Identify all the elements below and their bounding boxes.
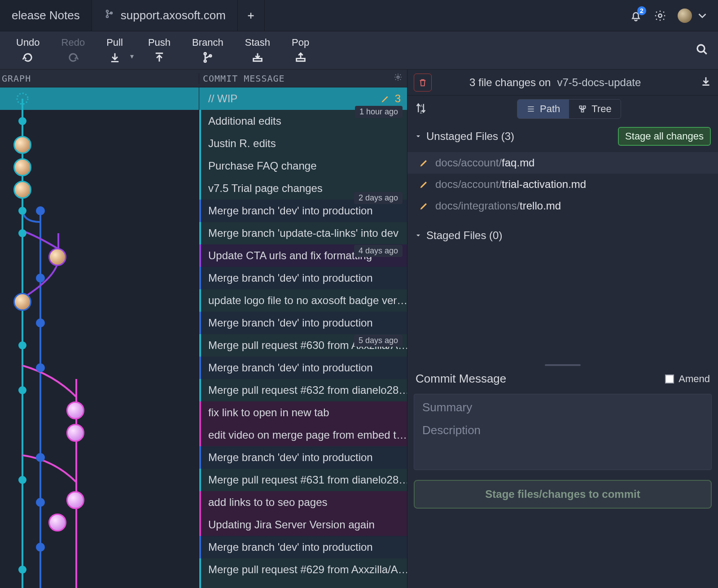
path-view-button[interactable]: Path <box>517 100 569 118</box>
commit-row[interactable]: Merge pull request #630 from Axxzilla/A…… <box>0 334 407 357</box>
discard-changes-button[interactable] <box>414 74 432 91</box>
caret-down-icon <box>415 133 422 140</box>
sort-icon: AZ <box>415 102 427 114</box>
commit-row[interactable]: Merge branch 'dev' into production <box>0 446 407 469</box>
panel-resizer[interactable] <box>407 363 718 367</box>
commit-message: Merge branch 'dev' into production <box>199 357 407 379</box>
svg-rect-29 <box>583 106 586 108</box>
sort-button[interactable]: AZ <box>415 102 427 117</box>
commit-row[interactable]: fix link to open in new tab <box>0 401 407 424</box>
branch-name: v7-5-docs-update <box>557 76 641 89</box>
new-tab-button[interactable] <box>238 0 265 31</box>
graph-settings-button[interactable] <box>394 73 403 84</box>
redo-icon <box>67 51 79 64</box>
pull-icon <box>109 51 121 64</box>
commit-message: Merge branch 'dev' into production <box>199 312 407 334</box>
modified-icon <box>419 158 429 168</box>
commit-row[interactable]: Merge pull request #631 from dianelo28… <box>0 469 407 491</box>
pull-dropdown[interactable]: ▾ <box>130 52 137 61</box>
toolbar: Undo Redo Pull ▾ Push Branch Stash Pop <box>0 31 718 70</box>
graph-column-header: GRAPH <box>0 73 199 84</box>
tab-release-notes[interactable]: elease Notes <box>0 0 92 31</box>
commit-avatar <box>48 514 66 531</box>
commit-row[interactable]: update logo file to no axosoft badge ver… <box>0 289 407 312</box>
commit-row[interactable]: Merge branch 'dev' into production <box>0 312 407 334</box>
commit-row[interactable]: Purchase FAQ change <box>0 155 407 177</box>
commit-row[interactable]: Merge pull request #632 from dianelo28… <box>0 379 407 401</box>
file-row[interactable]: docs/account/faq.md <box>407 152 718 174</box>
stage-all-button[interactable]: Stage all changes <box>618 127 711 146</box>
branch-button[interactable]: Branch <box>181 33 234 67</box>
notifications-button[interactable]: 2 <box>629 9 643 22</box>
settings-button[interactable] <box>653 9 667 22</box>
file-dir: docs/account/ <box>435 178 502 190</box>
checkbox-icon <box>665 375 674 383</box>
svg-text:A: A <box>420 103 423 108</box>
file-row[interactable]: docs/integrations/trello.md <box>407 195 718 217</box>
tab-label: support.axosoft.com <box>121 9 226 22</box>
file-row[interactable]: docs/account/trial-activation.md <box>407 174 718 195</box>
commit-message: Justin R. edits <box>199 132 407 155</box>
commit-message-label: Commit Message <box>416 372 506 386</box>
commit-avatar <box>13 158 31 176</box>
svg-point-5 <box>204 60 206 62</box>
time-chip: 4 days ago <box>354 245 403 257</box>
commit-row[interactable]: add links to to seo pages <box>0 491 407 514</box>
commit-message: Merge branch 'dev' into production <box>199 446 407 469</box>
commit-row[interactable]: Justin R. edits <box>0 132 407 155</box>
pull-button[interactable]: Pull <box>96 33 134 67</box>
avatar-icon <box>678 9 692 23</box>
commit-row[interactable]: Merge branch 'dev' into production <box>0 357 407 379</box>
wip-row[interactable]: // WIP 3 1 hour ago <box>0 87 407 110</box>
graph-panel: GRAPH COMMIT MESSAGE <box>0 70 407 588</box>
caret-down-icon <box>415 232 422 239</box>
commit-panel: 3 file changes on v7-5-docs-update AZ Pa… <box>407 70 718 588</box>
pop-icon <box>294 51 307 64</box>
svg-point-8 <box>397 76 399 78</box>
tree-icon <box>578 105 587 113</box>
amend-checkbox[interactable]: Amend <box>665 373 710 385</box>
file-name: trello.md <box>520 200 561 212</box>
commit-input-area[interactable]: Summary Description <box>414 394 712 470</box>
commit-message: Merge branch 'dev' into production <box>199 536 407 558</box>
commit-message: Updating Jira Server Version again <box>199 514 407 536</box>
commit-row[interactable]: Merge pull request #629 from Axxzilla/A… <box>0 558 407 581</box>
tree-view-button[interactable]: Tree <box>569 100 620 118</box>
undo-icon <box>22 51 34 64</box>
push-button[interactable]: Push <box>137 33 181 67</box>
description-input[interactable]: Description <box>422 423 703 437</box>
time-chip: 2 days ago <box>354 192 403 204</box>
redo-button[interactable]: Redo <box>51 33 96 67</box>
commit-row[interactable]: Additional edits <box>0 110 407 132</box>
unstaged-file-list: docs/account/faq.mddocs/account/trial-ac… <box>407 150 718 225</box>
summary-input[interactable]: Summary <box>422 401 703 414</box>
repo-icon <box>104 9 114 22</box>
commit-message: Merge pull request #632 from dianelo28… <box>199 379 407 401</box>
commit-message: fix link to open in new tab <box>199 401 407 424</box>
unstaged-header[interactable]: Unstaged Files (3) Stage all changes <box>407 122 718 150</box>
commit-row[interactable]: v7.5 Trial page changes <box>0 177 407 200</box>
search-button[interactable] <box>695 42 709 59</box>
download-button[interactable] <box>700 75 712 89</box>
staged-header[interactable]: Staged Files (0) <box>407 225 718 246</box>
commit-row[interactable]: Merge branch 'dev' into production <box>0 267 407 289</box>
file-dir: docs/integrations/ <box>435 200 520 212</box>
commit-row[interactable]: Merge branch 'update-cta-links' into dev <box>0 222 407 244</box>
commit-row[interactable]: Merge branch 'dev' into production <box>0 536 407 558</box>
commit-button[interactable]: Stage files/changes to commit <box>414 480 712 509</box>
tab-support-axosoft[interactable]: support.axosoft.com <box>92 0 238 31</box>
undo-button[interactable]: Undo <box>5 33 51 67</box>
commit-message: edit video on merge page from embed t… <box>199 424 407 446</box>
pop-button[interactable]: Pop <box>281 33 320 67</box>
user-menu[interactable] <box>678 9 709 23</box>
file-name: faq.md <box>502 157 534 169</box>
commit-avatar <box>48 248 66 266</box>
stash-icon <box>251 51 264 64</box>
gear-icon <box>394 73 403 82</box>
commit-avatar <box>66 401 84 419</box>
commit-row[interactable]: Remove word "Authentication" from pro… <box>0 581 407 588</box>
stash-button[interactable]: Stash <box>234 33 281 67</box>
commit-row[interactable]: Merge branch 'dev' into production2 days… <box>0 200 407 222</box>
list-icon <box>526 105 535 113</box>
commit-row[interactable]: edit video on merge page from embed t… <box>0 424 407 446</box>
